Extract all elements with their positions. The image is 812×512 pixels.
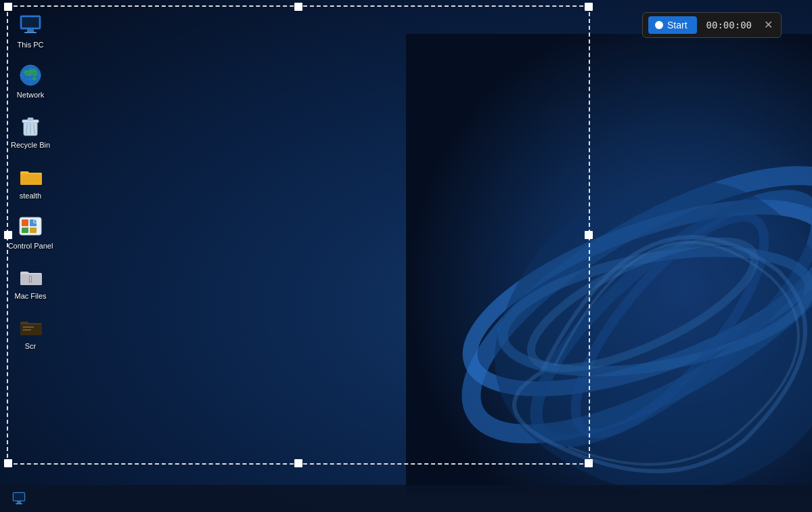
control-panel-icon bbox=[18, 213, 43, 239]
start-label: Start bbox=[667, 20, 687, 30]
svg-rect-19 bbox=[28, 118, 33, 121]
mac-files-label: Mac Files bbox=[14, 292, 46, 301]
this-pc-label: This PC bbox=[17, 41, 43, 49]
svg-rect-35 bbox=[17, 501, 21, 503]
desktop-icon-scr[interactable]: Scr bbox=[3, 308, 58, 355]
svg-line-20 bbox=[26, 124, 27, 134]
record-toolbar: Start 00:00:00 ✕ bbox=[642, 12, 782, 38]
scr-folder-icon bbox=[18, 314, 43, 339]
svg-rect-9 bbox=[27, 29, 34, 32]
desktop-icon-mac-files[interactable]:  Mac Files bbox=[3, 258, 58, 305]
svg-rect-11 bbox=[22, 18, 39, 27]
svg-rect-24 bbox=[22, 219, 28, 226]
desktop-background: This PC Network bbox=[0, 0, 812, 512]
svg-rect-27 bbox=[30, 228, 37, 233]
desktop-icon-stealth[interactable]: stealth bbox=[3, 158, 58, 205]
recycle-bin-icon bbox=[18, 112, 43, 138]
svg-text::  bbox=[28, 274, 32, 284]
taskbar-monitor-icon[interactable] bbox=[7, 486, 32, 511]
desktop-icons-container: This PC Network bbox=[0, 0, 61, 485]
stealth-label: stealth bbox=[20, 192, 41, 200]
record-dot-icon bbox=[655, 21, 663, 29]
svg-rect-36 bbox=[16, 503, 22, 505]
desktop-icon-this-pc[interactable]: This PC bbox=[3, 7, 58, 54]
recycle-bin-label: Recycle Bin bbox=[11, 141, 50, 150]
svg-point-29 bbox=[35, 220, 37, 222]
network-icon bbox=[18, 62, 43, 88]
this-pc-icon bbox=[18, 12, 43, 38]
handle-top-mid[interactable] bbox=[294, 3, 302, 11]
svg-rect-26 bbox=[22, 228, 28, 233]
close-button[interactable]: ✕ bbox=[761, 18, 775, 32]
desktop-icon-recycle-bin[interactable]: Recycle Bin bbox=[3, 107, 58, 154]
svg-rect-10 bbox=[24, 32, 37, 33]
control-panel-label: Control Panel bbox=[8, 242, 53, 251]
desktop-icon-control-panel[interactable]: Control Panel bbox=[3, 208, 58, 255]
handle-bottom-mid[interactable] bbox=[294, 459, 302, 467]
wallpaper-swirl bbox=[338, 0, 812, 512]
taskbar bbox=[0, 485, 812, 512]
desktop-icon-network[interactable]: Network bbox=[3, 57, 58, 104]
timer-display: 00:00:00 bbox=[702, 20, 756, 30]
svg-rect-34 bbox=[14, 493, 24, 500]
start-button[interactable]: Start bbox=[648, 16, 697, 34]
network-label: Network bbox=[17, 91, 44, 100]
svg-line-22 bbox=[34, 124, 35, 134]
close-icon: ✕ bbox=[764, 20, 773, 30]
mac-files-icon:  bbox=[18, 263, 43, 289]
stealth-folder-icon bbox=[18, 163, 43, 189]
scr-label: Scr bbox=[25, 342, 37, 351]
